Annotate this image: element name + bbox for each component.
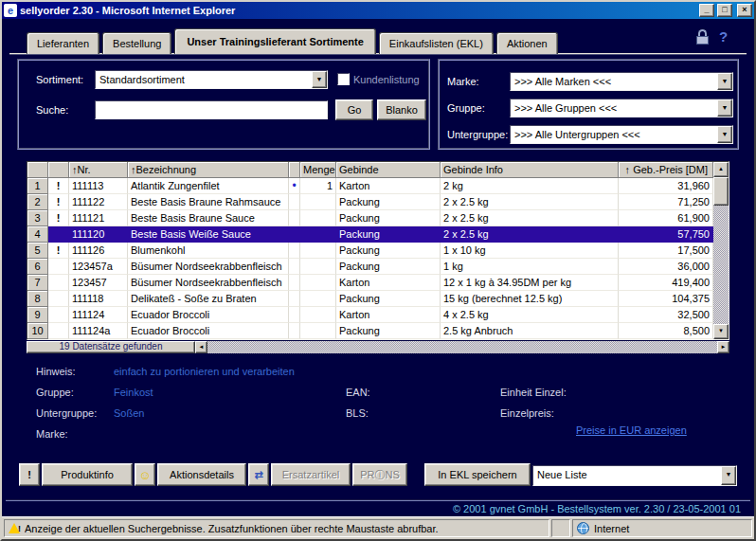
row-number[interactable]: 10: [27, 323, 48, 339]
chevron-down-icon[interactable]: ▼: [717, 126, 732, 143]
table-row[interactable]: 5 ! 111126 Blumenkohl Packung 1 x 10 kg …: [27, 243, 713, 259]
aktionsdetails-button[interactable]: Aktionsdetails: [157, 463, 246, 486]
cell-flag: [48, 226, 69, 243]
eur-link[interactable]: Preise in EUR anzeigen: [576, 424, 687, 436]
kundenlistung-label: Kundenlistung: [353, 74, 420, 85]
help-icon[interactable]: ?: [719, 28, 728, 45]
cell-nr: 123457: [69, 275, 128, 291]
chevron-down-icon[interactable]: ▼: [717, 99, 732, 117]
ersatzartikel-label: Ersatzartikel: [282, 469, 340, 480]
tab[interactable]: Einkaufslisten (EKL): [379, 32, 494, 54]
scroll-track[interactable]: [713, 206, 729, 324]
table-row[interactable]: 1 ! 111113 Atlantik Zungenfilet • 1 Kart…: [27, 178, 713, 194]
app-icon: e: [4, 4, 17, 17]
cell-preis: 32,500: [619, 307, 713, 323]
cell-flag: [48, 275, 69, 291]
table-row[interactable]: 3 ! 111121 Beste Basis Braune Sauce Pack…: [27, 210, 713, 226]
table-row[interactable]: 8 111118 Delikateß - Soße zu Braten Pack…: [27, 291, 713, 307]
chevron-down-icon[interactable]: ▼: [312, 71, 327, 88]
ersatzartikel-icon-button[interactable]: ⇄: [248, 463, 269, 486]
produktinfo-button[interactable]: Produktinfo: [42, 463, 133, 486]
row-number[interactable]: 6: [27, 259, 48, 275]
cell-menge: [300, 323, 336, 339]
row-number[interactable]: 8: [27, 291, 48, 307]
lock-icon[interactable]: [695, 29, 710, 45]
vertical-scrollbar[interactable]: ▲ ▼: [713, 162, 729, 339]
sortiment-dropdown[interactable]: Standardsortiment ▼: [95, 70, 328, 89]
tab-label: Unser Trainingslieferant Sortimente: [187, 36, 363, 47]
gruppe-dropdown[interactable]: >>> Alle Gruppen <<< ▼: [510, 99, 733, 117]
status-message: Anzeige der aktuellen Suchergebnisse. Zu…: [25, 523, 439, 534]
cell-gebinde-info: 2 x 2.5 kg: [441, 226, 619, 243]
cell-menge: [300, 243, 336, 259]
cell-gebinde-info: 2 x 2.5 kg: [441, 210, 619, 226]
cell-nr: 111120: [69, 226, 128, 243]
table-row[interactable]: 4 111120 Beste Basis Weiße Sauce Packung…: [27, 226, 713, 243]
header-nr[interactable]: ↑Nr.: [69, 162, 128, 178]
maximize-button[interactable]: □: [717, 4, 732, 17]
status-empty-cell: [551, 519, 570, 537]
cell-preis: 419,400: [619, 275, 713, 291]
tab[interactable]: Lieferanten: [27, 32, 99, 54]
hscroll-track[interactable]: [207, 341, 717, 353]
table-row[interactable]: 7 123457 Büsumer Nordseekrabbenfleisch K…: [27, 275, 713, 291]
sortiment-label: Sortiment:: [36, 74, 83, 85]
globe-icon: [577, 522, 589, 534]
cell-nr: 111122: [69, 194, 128, 210]
chevron-down-icon[interactable]: ▼: [717, 73, 732, 90]
cell-menge: [300, 307, 336, 323]
tab[interactable]: Aktionen: [496, 32, 558, 54]
tab[interactable]: Bestellung: [102, 32, 171, 54]
row-number[interactable]: 4: [27, 226, 48, 243]
kundenlistung-checkbox[interactable]: [337, 73, 350, 85]
filter-groupbox: Marke: >>> Alle Marken <<< ▼ Gruppe: >>>…: [438, 59, 739, 150]
header-menge[interactable]: Menge: [300, 162, 336, 178]
hscroll-right-button[interactable]: ►: [717, 341, 729, 353]
row-number[interactable]: 5: [27, 243, 48, 259]
row-number[interactable]: 2: [27, 194, 48, 210]
header-gebinde-info[interactable]: Gebinde Info: [441, 162, 619, 178]
row-number[interactable]: 9: [27, 307, 48, 323]
header-gebinde[interactable]: Gebinde: [336, 162, 441, 178]
header-preis[interactable]: ↑ Geb.-Preis [DM]: [619, 162, 713, 178]
go-button[interactable]: Go: [335, 99, 373, 120]
cell-preis: 8,500: [619, 323, 713, 339]
cell-dot: [289, 194, 300, 210]
chevron-down-icon[interactable]: ▼: [721, 466, 736, 485]
row-number[interactable]: 3: [27, 210, 48, 226]
scroll-thumb[interactable]: [713, 177, 729, 206]
in-ekl-speichern-button[interactable]: In EKL speichern: [424, 463, 531, 486]
hscroll-left-button[interactable]: ◄: [195, 341, 207, 353]
minimize-button[interactable]: _: [699, 4, 714, 17]
table-row[interactable]: 9 111124 Ecuador Broccoli Karton 4 x 2.5…: [27, 307, 713, 323]
status-message-cell: Anzeige der aktuellen Suchergebnisse. Zu…: [4, 519, 549, 537]
cell-gebinde-info: 15 kg (berechnet 12.5 kg): [441, 291, 619, 307]
neue-liste-dropdown[interactable]: Neue Liste ▼: [532, 465, 737, 486]
scroll-down-button[interactable]: ▼: [713, 324, 729, 339]
smiley-icon-button[interactable]: ☺: [135, 463, 155, 486]
table-row[interactable]: 6 123457a Büsumer Nordseekrabbenfleisch …: [27, 259, 713, 275]
gruppe-filter-label: Gruppe:: [447, 102, 485, 114]
table-row[interactable]: 2 ! 111122 Beste Basis Braune Rahmsauce …: [27, 194, 713, 210]
search-groupbox: Sortiment: Standardsortiment ▼ Kundenlis…: [17, 59, 430, 150]
scroll-up-button[interactable]: ▲: [713, 162, 729, 177]
produktinfo-icon-button[interactable]: !: [19, 463, 40, 486]
search-input[interactable]: [95, 100, 328, 119]
table-row[interactable]: 10 111124a Ecuador Broccoli Packung 2.5 …: [27, 323, 713, 339]
neue-liste-value: Neue Liste: [533, 466, 721, 485]
cell-gebinde: Packung: [336, 259, 441, 275]
cell-gebinde: Packung: [336, 323, 441, 339]
marke-dropdown[interactable]: >>> Alle Marken <<< ▼: [510, 72, 733, 91]
row-number[interactable]: 7: [27, 275, 48, 291]
cell-dot: [289, 226, 300, 243]
close-button[interactable]: ×: [737, 4, 752, 17]
row-number[interactable]: 1: [27, 178, 48, 194]
header-bezeichnung[interactable]: ↑Bezeichnung: [128, 162, 289, 178]
titlebar: e sellyorder 2.30 - Microsoft Internet E…: [2, 2, 754, 19]
gruppe-filter-value: >>> Alle Gruppen <<<: [511, 99, 717, 117]
blanko-button[interactable]: Blanko: [377, 99, 426, 120]
cell-gebinde-info: 2 kg: [441, 178, 619, 194]
untergruppe-dropdown[interactable]: >>> Alle Untergruppen <<< ▼: [510, 125, 733, 144]
tab[interactable]: Unser Trainingslieferant Sortimente: [174, 28, 375, 54]
cell-flag: !: [48, 178, 69, 194]
